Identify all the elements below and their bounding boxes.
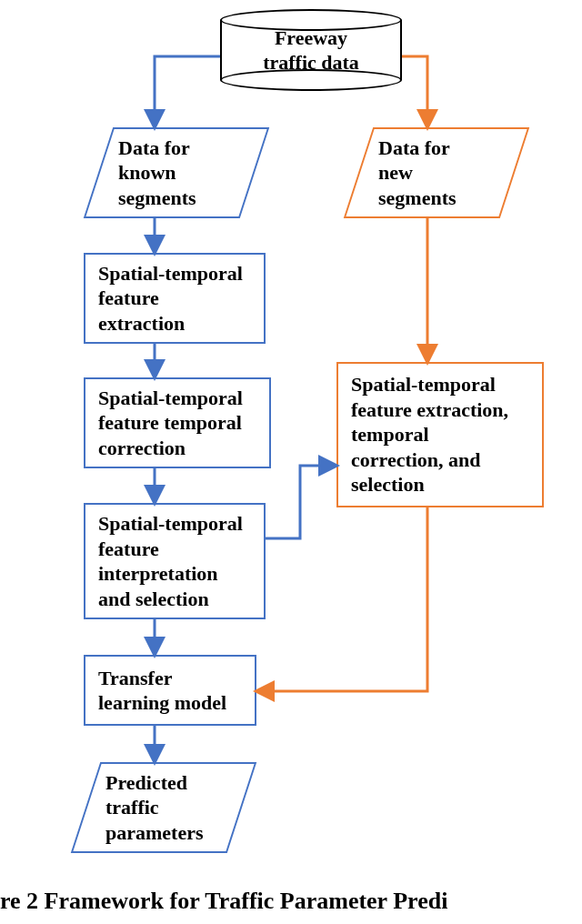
node-predicted-text: Predicted traffic parameters bbox=[85, 762, 242, 853]
t: interpretation bbox=[98, 562, 218, 585]
t: Spatial-temporal bbox=[98, 387, 243, 409]
t: Data for bbox=[118, 136, 190, 159]
t: selection bbox=[351, 473, 425, 496]
node-predicted: Predicted traffic parameters bbox=[85, 762, 242, 853]
node-source: Freeway traffic data bbox=[220, 9, 402, 91]
node-interpret: Spatial-temporal feature interpretation … bbox=[84, 503, 266, 619]
t: feature temporal bbox=[98, 411, 242, 434]
t: feature bbox=[98, 286, 159, 309]
node-known-text: Data for known segments bbox=[98, 127, 255, 218]
t: Transfer bbox=[98, 667, 172, 689]
t: parameters bbox=[105, 821, 204, 844]
node-transfer: Transfer learning model bbox=[84, 655, 256, 726]
node-temporal: Spatial-temporal feature temporal correc… bbox=[84, 377, 271, 468]
t: Spatial-temporal bbox=[98, 512, 243, 535]
node-new-text: Data for new segments bbox=[358, 127, 515, 218]
t: Spatial-temporal bbox=[98, 262, 243, 285]
t: Predicted bbox=[105, 771, 187, 794]
t: temporal bbox=[351, 423, 429, 446]
t: traffic data bbox=[263, 51, 359, 74]
edge-interpret-combine bbox=[266, 466, 336, 538]
node-combine: Spatial-temporal feature extraction, tem… bbox=[336, 362, 544, 507]
t: feature extraction, bbox=[351, 398, 508, 421]
node-source-text: Freeway traffic data bbox=[263, 25, 359, 75]
node-new: Data for new segments bbox=[358, 127, 515, 218]
t: Freeway bbox=[275, 26, 347, 49]
t: segments bbox=[378, 186, 457, 209]
edge-combine-transfer bbox=[256, 507, 427, 691]
t: feature bbox=[98, 537, 159, 560]
t: and selection bbox=[98, 588, 209, 610]
figure-caption: re 2 Framework for Traffic Parameter Pre… bbox=[0, 888, 447, 915]
edge-source-new bbox=[402, 56, 427, 127]
node-known: Data for known segments bbox=[98, 127, 255, 218]
t: extraction bbox=[98, 312, 185, 335]
t: known bbox=[118, 161, 176, 184]
t: learning model bbox=[98, 691, 226, 714]
t: Data for bbox=[378, 136, 450, 159]
t: segments bbox=[118, 186, 196, 209]
t: new bbox=[378, 161, 413, 184]
t: Spatial-temporal bbox=[351, 373, 496, 396]
edge-source-known bbox=[155, 56, 220, 127]
t: correction, and bbox=[351, 448, 481, 471]
t: traffic bbox=[105, 796, 159, 819]
t: correction bbox=[98, 437, 186, 459]
node-extract: Spatial-temporal feature extraction bbox=[84, 253, 266, 344]
